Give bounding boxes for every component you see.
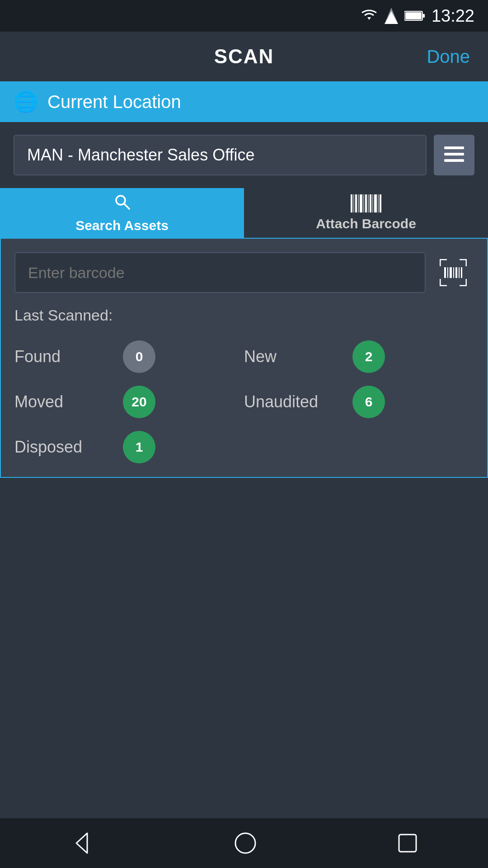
new-stat: New 2 — [244, 340, 474, 373]
svg-rect-3 — [422, 14, 425, 18]
page-title: SCAN — [214, 45, 274, 68]
scan-panel: Last Scanned: Found 0 New 2 Moved 20 Una… — [0, 238, 488, 478]
svg-rect-7 — [444, 159, 464, 162]
moved-badge: 20 — [123, 386, 155, 418]
found-label: Found — [14, 347, 114, 366]
status-icons: 13:22 — [360, 6, 474, 26]
current-location-bar: 🌐 Current Location — [0, 81, 488, 122]
current-location-label: Current Location — [47, 92, 181, 112]
svg-rect-6 — [444, 153, 464, 156]
unaudited-value: 6 — [365, 394, 373, 410]
svg-rect-10 — [444, 267, 446, 278]
home-button[interactable] — [234, 831, 257, 855]
barcode-tab-icon — [351, 194, 381, 212]
location-input[interactable] — [14, 135, 427, 175]
tab-search-assets-label: Search Assets — [75, 218, 169, 233]
barcode-input[interactable] — [14, 252, 426, 293]
found-badge: 0 — [123, 340, 155, 373]
svg-rect-5 — [444, 146, 464, 149]
tabs-container: Search Assets Attach Barcode — [0, 188, 488, 238]
back-button[interactable] — [70, 831, 94, 855]
barcode-scan-icon — [440, 259, 467, 286]
svg-marker-17 — [76, 833, 87, 853]
battery-icon — [404, 10, 425, 22]
app-header: SCAN Done — [0, 32, 488, 81]
svg-rect-4 — [405, 12, 422, 19]
svg-rect-11 — [447, 267, 448, 278]
globe-icon: 🌐 — [14, 90, 38, 113]
recents-square-icon — [397, 833, 418, 854]
svg-line-9 — [124, 203, 129, 209]
moved-label: Moved — [14, 392, 114, 411]
bottom-navigation — [0, 818, 488, 868]
done-button[interactable]: Done — [427, 47, 470, 67]
disposed-label: Disposed — [14, 438, 114, 457]
status-time: 13:22 — [432, 6, 474, 26]
moved-value: 20 — [131, 394, 146, 410]
barcode-scan-button[interactable] — [433, 252, 474, 293]
new-badge: 2 — [352, 340, 385, 373]
disposed-value: 1 — [136, 439, 143, 455]
svg-rect-19 — [399, 835, 416, 852]
barcode-input-row — [14, 252, 474, 293]
svg-point-18 — [235, 833, 255, 853]
new-value: 2 — [365, 349, 373, 364]
found-stat: Found 0 — [14, 340, 244, 373]
disposed-stat: Disposed 1 — [14, 431, 244, 463]
list-icon — [444, 146, 464, 164]
wifi-icon — [360, 9, 378, 23]
tab-attach-barcode[interactable]: Attach Barcode — [244, 188, 488, 238]
moved-stat: Moved 20 — [14, 386, 244, 418]
disposed-badge: 1 — [123, 431, 155, 463]
tab-attach-barcode-label: Attach Barcode — [316, 216, 416, 231]
recents-button[interactable] — [397, 833, 418, 854]
stats-grid: Found 0 New 2 Moved 20 Unaudited 6 — [14, 340, 474, 463]
found-value: 0 — [136, 349, 143, 364]
status-bar: 13:22 — [0, 0, 488, 32]
svg-rect-16 — [461, 267, 462, 278]
svg-rect-14 — [455, 267, 457, 278]
svg-marker-1 — [385, 11, 398, 24]
search-icon — [113, 193, 131, 214]
svg-rect-12 — [450, 267, 452, 278]
svg-rect-15 — [459, 267, 460, 278]
new-label: New — [244, 347, 343, 366]
location-input-row — [0, 122, 488, 188]
back-icon — [70, 831, 94, 855]
location-list-button[interactable] — [434, 135, 474, 175]
tab-search-assets[interactable]: Search Assets — [0, 188, 244, 238]
unaudited-stat: Unaudited 6 — [244, 386, 474, 418]
last-scanned-label: Last Scanned: — [14, 307, 474, 324]
unaudited-badge: 6 — [352, 386, 385, 418]
unaudited-label: Unaudited — [244, 392, 343, 411]
signal-icon — [385, 8, 398, 24]
home-circle-icon — [234, 831, 257, 855]
svg-rect-13 — [453, 267, 454, 278]
